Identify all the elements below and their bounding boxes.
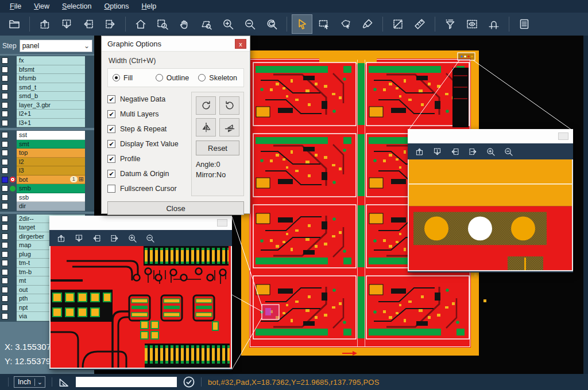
menu-file[interactable]: File [3,1,28,11]
pan-up-button[interactable] [55,232,67,244]
zoom-previous-button[interactable] [262,15,281,33]
dialog-close-button[interactable]: x [235,39,246,49]
checkbox-box[interactable] [107,185,115,193]
select-cursor-button[interactable] [292,15,312,33]
layer-visibility-checkbox[interactable] [2,194,8,201]
layer-visibility-checkbox[interactable] [2,159,8,165]
layer-row-smt[interactable]: smt [0,140,94,149]
layer-visibility-checkbox[interactable] [2,313,8,319]
command-input[interactable] [76,377,177,387]
layer-row-bfsmt[interactable]: bfsmt [0,65,94,75]
layer-visibility-checkbox[interactable] [2,84,8,91]
layer-visibility-checkbox[interactable] [2,260,8,266]
layer-row-l3+1[interactable]: l3+1 [0,119,94,128]
layer-label[interactable]: bfsmt [17,65,85,75]
pan-right-button[interactable] [100,15,120,33]
menu-options[interactable]: Options [98,1,135,11]
layer-visibility-checkbox[interactable] [2,242,8,248]
layer-row-top[interactable]: top [0,149,94,158]
pan-up-button[interactable] [413,145,425,158]
checkbox-box[interactable]: ✔ [107,110,115,118]
layer-label[interactable]: smt [17,140,85,149]
layer-label[interactable]: l3 [17,166,85,176]
layer-visibility-checkbox[interactable] [2,295,8,302]
zoom-in-button[interactable] [126,232,138,244]
layer-visibility-checkbox[interactable] [2,132,8,138]
menu-help[interactable]: Help [136,1,163,11]
step-select[interactable]: panel ⌄ [20,40,92,52]
layer-label[interactable]: l2+1 [17,110,85,119]
layer-visibility-checkbox[interactable] [2,167,8,174]
checkbox-box[interactable]: ✔ [107,155,115,163]
pan-right-button[interactable] [109,232,120,244]
layer-visibility-checkbox[interactable] [2,93,8,99]
report-button[interactable] [514,15,534,33]
layer-visibility-checkbox[interactable] [2,278,8,284]
checkbox-box[interactable]: ✔ [107,170,115,178]
snap-button[interactable] [484,15,504,33]
layer-label[interactable]: ssb [17,193,85,202]
select-polygon-button[interactable] [336,15,355,33]
zoom-polygon-button[interactable] [196,15,216,33]
checkbox-profile[interactable]: ✔Profile [107,151,191,166]
radio-circle[interactable] [198,74,206,81]
rotate-ccw-button[interactable] [219,96,239,115]
ruler-button[interactable] [410,15,430,33]
popup-zoom-view[interactable] [49,246,232,369]
radio-outline[interactable]: Outline [156,74,196,82]
checkbox-negative-data[interactable]: ✔Negative Data [107,92,191,107]
layer-row-smd_b[interactable]: smd_b [0,92,94,101]
window-control-button[interactable] [558,132,568,140]
layer-row-l2+1[interactable]: l2+1 [0,110,94,119]
layer-row-layer_3.gbr[interactable]: layer_3.gbr [0,101,94,110]
popup-title-bar[interactable] [49,216,232,230]
layer-label[interactable]: bot1⊞ [17,176,85,185]
dialog-title-bar[interactable]: Graphic Options x [102,36,250,52]
zoom-out-button[interactable] [144,232,156,244]
layer-visibility-checkbox[interactable] [2,177,8,183]
window-control-button[interactable] [217,219,227,227]
layer-label[interactable]: smb [17,184,85,193]
checkbox-datum-origin[interactable]: ✔Datum & Origin [107,166,191,181]
layer-visibility-checkbox[interactable] [2,269,8,275]
reset-button[interactable]: Reset [196,141,239,155]
layer-row-fx[interactable]: fx [0,56,94,65]
layer-visibility-checkbox[interactable] [2,216,8,222]
checkbox-display-text-value[interactable]: ✔Display Text Value [107,136,191,151]
layer-label[interactable]: l2 [17,158,85,167]
radio-fill[interactable]: Fill [113,74,153,82]
zoom-out-button[interactable] [502,145,514,158]
layer-visibility-checkbox[interactable] [2,150,8,156]
apply-check-icon[interactable] [183,376,195,388]
layer-row-bot[interactable]: bot1⊞ [0,176,94,185]
zoom-out-button[interactable] [240,15,260,33]
layer-row-smd_t[interactable]: smd_t [0,83,94,92]
popup-title-bar[interactable] [408,129,573,143]
layer-row-sst[interactable]: sst [0,131,94,140]
zoom-in-button[interactable] [485,145,496,158]
layer-label[interactable]: fx [17,56,85,65]
layer-visibility-checkbox[interactable] [2,75,8,81]
layer-row-smb[interactable]: smb [0,184,94,193]
folder-open-button[interactable] [5,15,24,33]
pan-left-button[interactable] [91,232,102,244]
angle-snap-icon[interactable] [57,376,70,388]
layer-visibility-checkbox[interactable] [2,185,8,192]
zoom-window-button[interactable] [153,15,172,33]
layer-label[interactable]: dir [17,202,85,211]
layer-row-l3[interactable]: l3 [0,166,94,176]
layer-visibility-checkbox[interactable] [2,233,8,240]
layer-label[interactable]: l3+1 [17,119,85,128]
close-button[interactable]: Close [107,201,244,215]
pan-up-button[interactable] [35,15,55,33]
pan-down-button[interactable] [73,232,84,244]
select-rectangle-button[interactable] [314,15,334,33]
layer-visibility-checkbox[interactable] [2,67,8,73]
layer-visibility-checkbox[interactable] [2,57,8,64]
layer-visibility-checkbox[interactable] [2,305,8,311]
checkbox-box[interactable]: ✔ [107,95,115,103]
mirror-horizontal-button[interactable] [196,118,216,136]
checkbox-step-repeat[interactable]: ✔Step & Repeat [107,122,191,136]
checkbox-multi-layers[interactable]: ✔Multi Layers [107,107,191,122]
radio-circle[interactable] [156,74,163,81]
